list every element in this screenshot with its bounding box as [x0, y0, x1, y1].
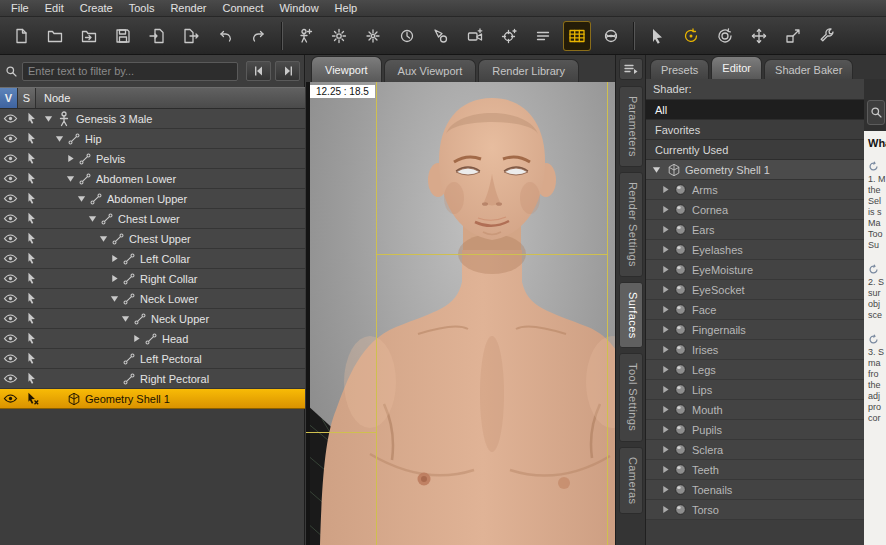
create-spotlight-button[interactable] — [427, 21, 455, 51]
column-header-selectable[interactable]: S — [18, 88, 36, 108]
selectable-pointer-icon[interactable] — [21, 172, 44, 185]
menu-item-connect[interactable]: Connect — [215, 1, 272, 15]
expand-arrow-icon[interactable] — [661, 425, 672, 434]
expand-arrow-icon[interactable] — [661, 485, 672, 494]
scale-tool-button[interactable] — [779, 21, 807, 51]
expand-arrow-icon[interactable] — [55, 134, 66, 143]
selectable-pointer-icon[interactable] — [21, 372, 44, 385]
expand-arrow-icon[interactable] — [110, 254, 121, 263]
surface-row-ears[interactable]: Ears — [646, 220, 864, 240]
surface-row-teeth[interactable]: Teeth — [646, 460, 864, 480]
expand-arrow-icon[interactable] — [661, 345, 672, 354]
expand-arrow-icon[interactable] — [661, 385, 672, 394]
expand-arrow-icon[interactable] — [110, 294, 121, 303]
menu-item-edit[interactable]: Edit — [37, 1, 72, 15]
surface-row-irises[interactable]: Irises — [646, 340, 864, 360]
tree-row-abdomen-lower[interactable]: Abdomen Lower — [0, 169, 305, 189]
selectable-pointer-icon[interactable] — [21, 352, 44, 365]
column-header-node[interactable]: Node — [36, 88, 305, 108]
tab-shader-baker[interactable]: Shader Baker — [764, 59, 853, 79]
create-distant-light-button[interactable] — [325, 21, 353, 51]
expand-arrow-icon[interactable] — [661, 505, 672, 514]
tree-row-left-collar[interactable]: Left Collar — [0, 249, 305, 269]
create-figure-button[interactable] — [291, 21, 319, 51]
expand-arrow-icon[interactable] — [88, 214, 99, 223]
visibility-eye-icon[interactable] — [0, 371, 21, 386]
visibility-eye-icon[interactable] — [0, 131, 21, 146]
surface-row-face[interactable]: Face — [646, 300, 864, 320]
nav-back-button[interactable] — [246, 61, 271, 81]
expand-arrow-icon[interactable] — [661, 445, 672, 454]
tree-row-right-collar[interactable]: Right Collar — [0, 269, 305, 289]
shader-filter-all[interactable]: All — [646, 100, 864, 120]
surface-row-lips[interactable]: Lips — [646, 380, 864, 400]
expand-arrow-icon[interactable] — [661, 365, 672, 374]
tree-row-hip[interactable]: Hip — [0, 129, 305, 149]
nav-forward-button[interactable] — [275, 61, 300, 81]
visibility-eye-icon[interactable] — [0, 191, 21, 206]
surface-row-arms[interactable]: Arms — [646, 180, 864, 200]
menu-item-tools[interactable]: Tools — [121, 1, 163, 15]
side-tab-surfaces[interactable]: Surfaces — [619, 282, 643, 349]
visibility-eye-icon[interactable] — [0, 291, 21, 306]
expand-arrow-icon[interactable] — [661, 205, 672, 214]
expand-arrow-icon[interactable] — [121, 314, 132, 323]
expand-arrow-icon[interactable] — [44, 114, 55, 123]
side-tab-parameters[interactable]: Parameters — [619, 86, 643, 167]
surface-row-cornea[interactable]: Cornea — [646, 200, 864, 220]
expand-arrow-icon[interactable] — [66, 154, 77, 163]
selectable-pointer-icon[interactable] — [21, 192, 44, 205]
visibility-eye-icon[interactable] — [0, 251, 21, 266]
viewport-canvas[interactable]: 12.25 : 18.5 — [306, 82, 615, 545]
menu-item-create[interactable]: Create — [72, 1, 121, 15]
expand-arrow-icon[interactable] — [661, 285, 672, 294]
surface-row-eyemoisture[interactable]: EyeMoisture — [646, 260, 864, 280]
create-camera-button[interactable] — [461, 21, 489, 51]
tab-render-library[interactable]: Render Library — [478, 59, 579, 82]
create-point-light-button[interactable] — [359, 21, 387, 51]
tree-row-chest-lower[interactable]: Chest Lower — [0, 209, 305, 229]
visibility-eye-icon[interactable] — [0, 311, 21, 326]
scene-list-button[interactable] — [529, 21, 557, 51]
column-header-visibility[interactable]: V — [0, 88, 18, 108]
selectable-pointer-icon[interactable] — [21, 252, 44, 265]
new-file-button[interactable] — [7, 21, 35, 51]
tab-aux-viewport[interactable]: Aux Viewport — [384, 59, 477, 82]
visibility-eye-icon[interactable] — [0, 211, 21, 226]
open-file-button[interactable] — [41, 21, 69, 51]
tree-row-genesis-3-male[interactable]: Genesis 3 Male — [0, 109, 305, 129]
tab-viewport[interactable]: Viewport — [311, 56, 382, 82]
selectable-pointer-icon[interactable] — [21, 312, 44, 325]
surface-row-sclera[interactable]: Sclera — [646, 440, 864, 460]
visibility-eye-icon[interactable] — [0, 271, 21, 286]
visibility-eye-icon[interactable] — [0, 331, 21, 346]
visibility-eye-icon[interactable] — [0, 231, 21, 246]
tree-row-left-pectoral[interactable]: Left Pectoral — [0, 349, 305, 369]
rotate-tool-button[interactable] — [677, 21, 705, 51]
visibility-eye-icon[interactable] — [0, 111, 21, 126]
selectable-pointer-icon[interactable] — [21, 212, 44, 225]
expand-arrow-icon[interactable] — [661, 225, 672, 234]
expand-arrow-icon[interactable] — [661, 465, 672, 474]
selectable-pointer-icon[interactable] — [21, 272, 44, 285]
save-button[interactable] — [109, 21, 137, 51]
export-button[interactable] — [177, 21, 205, 51]
selectable-pointer-icon[interactable] — [21, 152, 44, 165]
expand-arrow-icon[interactable] — [77, 194, 88, 203]
side-tab-cameras[interactable]: Cameras — [619, 447, 643, 514]
tree-row-neck-lower[interactable]: Neck Lower — [0, 289, 305, 309]
selectable-pointer-icon[interactable] — [21, 332, 44, 345]
surface-row-toenails[interactable]: Toenails — [646, 480, 864, 500]
undo-button[interactable] — [211, 21, 239, 51]
selectable-pointer-icon[interactable] — [21, 292, 44, 305]
surface-row-pupils[interactable]: Pupils — [646, 420, 864, 440]
expand-arrow-icon[interactable] — [652, 165, 663, 174]
preferences-button[interactable] — [813, 21, 841, 51]
import-button[interactable] — [143, 21, 171, 51]
selectable-pointer-icon[interactable] — [21, 392, 44, 405]
universal-tool-button[interactable] — [711, 21, 739, 51]
menu-item-help[interactable]: Help — [327, 1, 366, 15]
expand-arrow-icon[interactable] — [661, 245, 672, 254]
create-null-button[interactable] — [495, 21, 523, 51]
tree-row-geometry-shell-1[interactable]: Geometry Shell 1 — [0, 389, 305, 409]
